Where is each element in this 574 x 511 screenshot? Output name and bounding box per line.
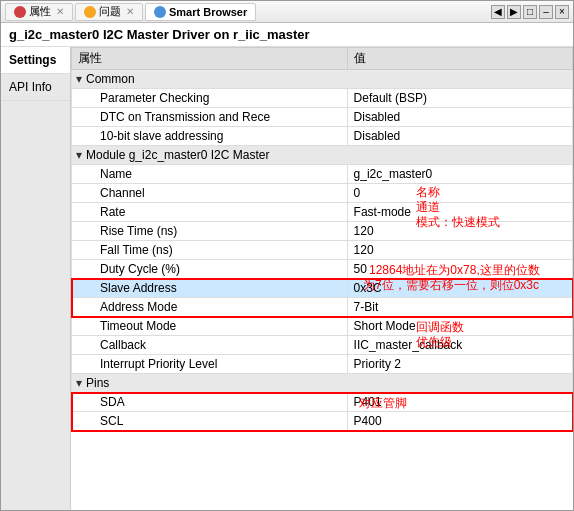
table-row[interactable]: Interrupt Priority Level Priority 2: [72, 355, 573, 374]
table-row-address-mode[interactable]: Address Mode 7-Bit: [72, 298, 573, 317]
prop-timeout-mode: Timeout Mode: [72, 317, 348, 336]
maximize-button[interactable]: □: [523, 5, 537, 19]
sidebar-item-api-info[interactable]: API Info: [1, 74, 70, 101]
content-area: Settings API Info 属性 值 ▾Common: [1, 47, 573, 510]
prop-callback: Callback: [72, 336, 348, 355]
tab-properties[interactable]: 属性 ✕: [5, 3, 73, 21]
section-pins: ▾Pins: [72, 374, 573, 393]
prop-fall-time: Fall Time (ns): [72, 241, 348, 260]
table-row[interactable]: Name g_i2c_master0: [72, 165, 573, 184]
val-fall-time: 120: [347, 241, 572, 260]
val-channel: 0: [347, 184, 572, 203]
val-dtc: Disabled: [347, 108, 572, 127]
table-row[interactable]: Fall Time (ns) 120: [72, 241, 573, 260]
table-row[interactable]: DTC on Transmission and Rece Disabled: [72, 108, 573, 127]
prop-interrupt-priority: Interrupt Priority Level: [72, 355, 348, 374]
table-row-sda[interactable]: SDA P401: [72, 393, 573, 412]
forward-button[interactable]: ▶: [507, 5, 521, 19]
tab-properties-label: 属性: [29, 4, 51, 19]
sidebar: Settings API Info: [1, 47, 71, 510]
prop-address-mode: Address Mode: [72, 298, 348, 317]
properties-icon: [14, 6, 26, 18]
val-scl: P400: [347, 412, 572, 431]
prop-slave-address: Slave Address: [72, 279, 348, 298]
prop-channel: Channel: [72, 184, 348, 203]
back-button[interactable]: ◀: [491, 5, 505, 19]
val-parameter-checking: Default (BSP): [347, 89, 572, 108]
table-row[interactable]: 10-bit slave addressing Disabled: [72, 127, 573, 146]
annotation-address-note2: 为7位，需要右移一位，则位0x3c: [363, 277, 539, 294]
annotation-priority: 优先级: [416, 334, 452, 351]
section-arrow-module: ▾: [76, 148, 82, 162]
val-interrupt-priority: Priority 2: [347, 355, 572, 374]
table-row[interactable]: Channel 0: [72, 184, 573, 203]
smart-browser-icon: [154, 6, 166, 18]
section-module-label: Module g_i2c_master0 I2C Master: [86, 148, 269, 162]
table-row[interactable]: Timeout Mode Short Mode: [72, 317, 573, 336]
close-issues-icon[interactable]: ✕: [126, 6, 134, 17]
section-arrow-pins: ▾: [76, 376, 82, 390]
title-bar: 属性 ✕ 问题 ✕ Smart Browser ◀ ▶ □ – ×: [1, 1, 573, 23]
close-properties-icon[interactable]: ✕: [56, 6, 64, 17]
val-address-mode: 7-Bit: [347, 298, 572, 317]
prop-scl: SCL: [72, 412, 348, 431]
tab-issues-label: 问题: [99, 4, 121, 19]
annotation-pins: 对应管脚: [359, 395, 407, 412]
minimize-button[interactable]: –: [539, 5, 553, 19]
table-row[interactable]: Parameter Checking Default (BSP): [72, 89, 573, 108]
issues-icon: [84, 6, 96, 18]
table-row[interactable]: Callback IIC_master_callback: [72, 336, 573, 355]
col-header-property: 属性: [72, 48, 348, 70]
col-header-value: 值: [347, 48, 572, 70]
prop-name: Name: [72, 165, 348, 184]
main-window: 属性 ✕ 问题 ✕ Smart Browser ◀ ▶ □ – × g_i2c_…: [0, 0, 574, 511]
tab-smart-browser-label: Smart Browser: [169, 6, 247, 18]
tab-smart-browser[interactable]: Smart Browser: [145, 3, 256, 21]
prop-parameter-checking: Parameter Checking: [72, 89, 348, 108]
prop-rate: Rate: [72, 203, 348, 222]
section-common: ▾Common: [72, 70, 573, 89]
window-controls: ◀ ▶ □ – ×: [491, 5, 569, 19]
close-button[interactable]: ×: [555, 5, 569, 19]
prop-rise-time: Rise Time (ns): [72, 222, 348, 241]
table-row-scl[interactable]: SCL P400: [72, 412, 573, 431]
section-common-label: Common: [86, 72, 135, 86]
prop-duty-cycle: Duty Cycle (%): [72, 260, 348, 279]
val-callback: IIC_master_callback: [347, 336, 572, 355]
tab-issues[interactable]: 问题 ✕: [75, 3, 143, 21]
sidebar-item-settings[interactable]: Settings: [1, 47, 70, 74]
annotation-rate: 模式：快速模式: [416, 214, 500, 231]
prop-sda: SDA: [72, 393, 348, 412]
section-module: ▾Module g_i2c_master0 I2C Master: [72, 146, 573, 165]
page-title: g_i2c_master0 I2C Master Driver on r_iic…: [1, 23, 573, 47]
section-pins-label: Pins: [86, 376, 109, 390]
prop-10bit: 10-bit slave addressing: [72, 127, 348, 146]
properties-table: 属性 值 ▾Common Parameter Checking Default …: [71, 47, 573, 431]
main-panel[interactable]: 属性 值 ▾Common Parameter Checking Default …: [71, 47, 573, 510]
val-10bit: Disabled: [347, 127, 572, 146]
val-name: g_i2c_master0: [347, 165, 572, 184]
prop-dtc: DTC on Transmission and Rece: [72, 108, 348, 127]
tab-bar: 属性 ✕ 问题 ✕ Smart Browser: [5, 3, 487, 21]
section-arrow-common: ▾: [76, 72, 82, 86]
